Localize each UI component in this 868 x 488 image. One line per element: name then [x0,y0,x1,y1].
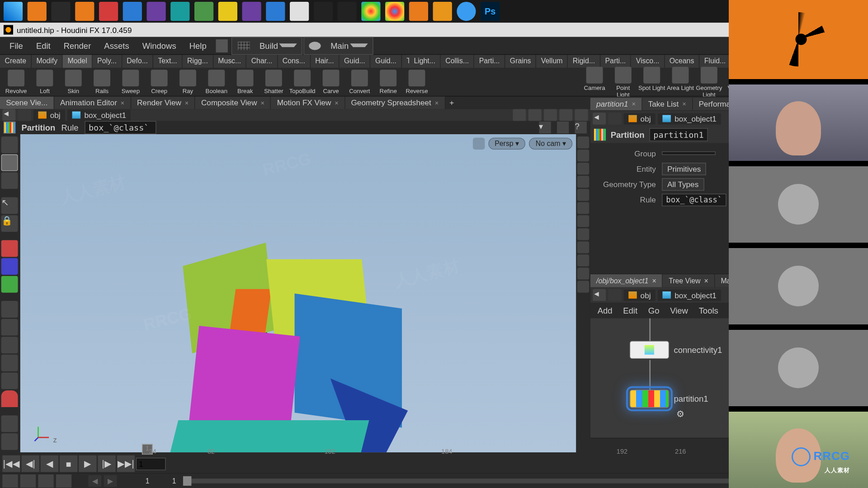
last-frame-button[interactable]: ▶▶| [117,455,135,472]
menu-edit[interactable]: Edit [30,38,57,53]
shelf-tab[interactable]: Text... [153,55,183,68]
param-input[interactable]: box_`@class` [662,193,726,206]
path-segment-obj[interactable]: obj [33,109,65,121]
taskbar-app-icon[interactable] [123,2,142,21]
disp-button[interactable] [577,163,589,174]
disp-button[interactable] [577,281,589,292]
shelf-tab[interactable]: Defo... [122,55,153,68]
disp-button[interactable] [577,241,589,253]
3d-viewport[interactable]: Persp ▾ No cam ▾ z [20,134,576,452]
pane-tab[interactable]: Composite View × [195,97,271,109]
network-menu-item[interactable]: Edit [618,305,642,316]
shelf-tab[interactable]: Oceans [665,55,699,68]
arrow-tool[interactable]: ↖ [1,197,18,214]
shelf-tab[interactable]: Grains [505,55,536,68]
opt-button[interactable]: ▾ [539,122,551,133]
shelf-tool-shatter[interactable]: Shatter [260,70,288,94]
close-icon[interactable]: × [185,99,189,107]
menu-windows[interactable]: Windows [137,38,182,53]
shelf-tool-pointlight[interactable]: Point Light [609,66,637,98]
photoshop-icon[interactable]: Ps [481,2,500,21]
pane-tab[interactable]: Animation Editor × [54,97,131,109]
shelf-tab[interactable]: Create [0,55,32,68]
tool-icon[interactable] [1,258,18,275]
shelf-tab[interactable]: Musc... [213,55,246,68]
network-menu-item[interactable]: Add [593,305,617,316]
persp-menu[interactable]: Persp ▾ [488,138,526,150]
nav-back-button[interactable]: ◄ [2,109,15,121]
shelf-tool-convert[interactable]: Convert [346,70,373,94]
taskbar-app-icon[interactable] [75,2,94,21]
key-nav[interactable]: ◀ [88,475,101,487]
desktop-selector-build[interactable]: Build [231,37,302,55]
disp-button[interactable] [577,254,589,266]
shelf-tool-camera[interactable]: Camera [581,66,609,98]
houdini-taskbar-icon[interactable] [409,2,428,21]
range-button[interactable] [20,474,36,488]
shelf-tab[interactable]: Vellum [536,55,568,68]
lasso-tool[interactable] [1,172,18,189]
path-segment-obj[interactable]: obj [624,113,656,124]
desktop-selector-main[interactable]: Main [304,37,373,55]
view-mode-button[interactable] [528,109,542,121]
param-input[interactable] [662,151,716,155]
node-connectivity1[interactable]: connectivity1 [630,341,722,359]
nav-fwd-button[interactable] [608,289,621,301]
webcam-participant[interactable] [729,84,868,161]
taskbar-app-icon[interactable] [99,2,118,21]
node-partition1[interactable]: partition1 [630,390,708,408]
camera-menu[interactable]: No cam ▾ [529,138,572,150]
close-icon[interactable]: × [632,100,635,108]
nav-fwd-button[interactable] [18,109,31,121]
disp-button[interactable] [577,267,589,279]
shelf-tab[interactable]: Hair... [311,55,340,68]
shelf-tab[interactable]: Poly... [93,55,122,68]
shelf-tool-geometrylight[interactable]: Geometry Light [695,66,723,98]
shelf-tool-carve[interactable]: Carve [317,70,345,94]
nav-back-button[interactable]: ◄ [593,289,606,301]
select-tool[interactable] [1,136,18,153]
shelf-tool-rails[interactable]: Rails [88,70,116,94]
view-mode-button[interactable] [559,109,572,121]
shelf-tab[interactable]: Modify [32,55,63,68]
play-back-button[interactable]: ◀ [41,455,59,472]
tool-icon[interactable] [1,415,18,432]
shelf-tab[interactable]: Collis... [441,55,474,68]
taskbar-app-icon[interactable] [170,2,189,21]
close-icon[interactable]: × [335,99,338,107]
webcam-placeholder[interactable] [729,330,868,406]
view-mode-button[interactable] [544,109,557,121]
taskbar-app-icon[interactable] [457,2,476,21]
tool-icon[interactable] [1,301,18,318]
param-node-name[interactable]: partition1 [649,128,708,141]
pane-tab[interactable]: Scene Vie... [0,97,54,109]
prev-frame-button[interactable]: ◀| [21,455,39,472]
shelf-tab[interactable]: Rigg... [182,55,213,68]
pane-tab[interactable]: Motion FX View × [271,97,345,109]
param-select[interactable]: All Types [662,178,704,191]
shelf-tab[interactable]: Parti... [474,55,505,68]
pane-tab[interactable]: partition1 × [590,98,642,110]
taskbar-app-icon[interactable] [314,2,333,21]
key-nav[interactable]: ▶ [104,475,117,487]
pane-tab[interactable]: Tree View × [663,274,715,287]
shelf-tool-ray[interactable]: Ray [174,70,202,94]
shelf-tab[interactable]: Rigid... [568,55,600,68]
structure-button[interactable] [557,122,569,133]
range-button[interactable] [2,474,18,488]
shelf-tab[interactable]: Visco... [631,55,665,68]
disp-button[interactable] [577,189,589,201]
op-rule-input[interactable]: box_`@class` [85,121,156,134]
taskbar-app-icon[interactable] [218,2,237,21]
next-frame-button[interactable]: |▶ [98,455,116,472]
stop-button[interactable]: ■ [60,455,78,472]
nav-fwd-button[interactable] [608,113,621,124]
node-flag-icon[interactable]: ⚙ [676,409,684,416]
path-segment-geo[interactable]: box_object1 [658,113,721,124]
pane-tab[interactable]: Render View × [131,97,195,109]
close-icon[interactable]: × [121,99,124,107]
tool-icon[interactable] [1,319,18,336]
tool-icon[interactable] [1,355,18,371]
close-icon[interactable]: × [704,277,708,285]
first-frame-button[interactable]: |◀◀ [2,455,20,472]
